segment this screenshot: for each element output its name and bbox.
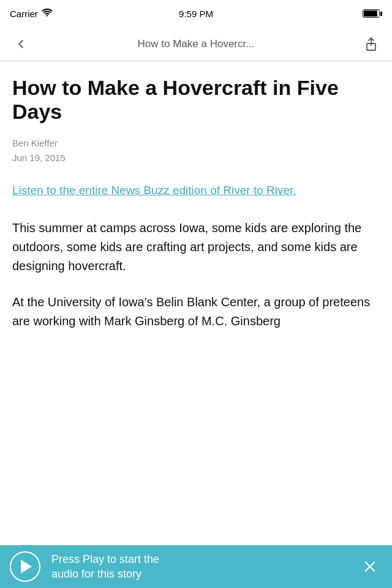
article-paragraph-2: At the University of Iowa's Belin Blank … [12, 293, 380, 331]
article-content: How to Make a Hovercraft in Five Days Be… [0, 61, 392, 545]
nav-bar: How to Make a Hovercr... [0, 27, 392, 61]
audio-text-line2: audio for this story [51, 568, 141, 580]
status-bar-time: 9:59 PM [179, 9, 213, 19]
share-button[interactable] [358, 31, 385, 58]
play-icon [21, 560, 32, 573]
status-bar-right [321, 9, 382, 18]
status-bar-left: Carrier [10, 9, 71, 19]
back-button[interactable] [7, 31, 34, 58]
audio-close-button[interactable] [358, 554, 382, 579]
audio-player-bar: Press Play to start the audio for this s… [0, 545, 392, 588]
article-listen-link[interactable]: Listen to the entire News Buzz edition o… [12, 183, 380, 199]
nav-title: How to Make a Hovercr... [34, 38, 358, 50]
carrier-label: Carrier [10, 9, 38, 19]
article-meta: Ben Kieffer Jun 19, 2015 [12, 136, 380, 165]
audio-player-text: Press Play to start the audio for this s… [40, 552, 358, 582]
article-paragraph-1: This summer at camps across Iowa, some k… [12, 219, 380, 276]
status-bar: Carrier 9:59 PM [0, 0, 392, 27]
wifi-icon [42, 9, 53, 19]
audio-text-line1: Press Play to start the [51, 553, 159, 565]
article-title: How to Make a Hovercraft in Five Days [12, 76, 380, 124]
article-date: Jun 19, 2015 [12, 151, 380, 165]
article-author: Ben Kieffer [12, 136, 380, 151]
battery-icon [363, 9, 382, 18]
article-body: This summer at camps across Iowa, some k… [12, 219, 380, 331]
play-button[interactable] [10, 551, 40, 582]
